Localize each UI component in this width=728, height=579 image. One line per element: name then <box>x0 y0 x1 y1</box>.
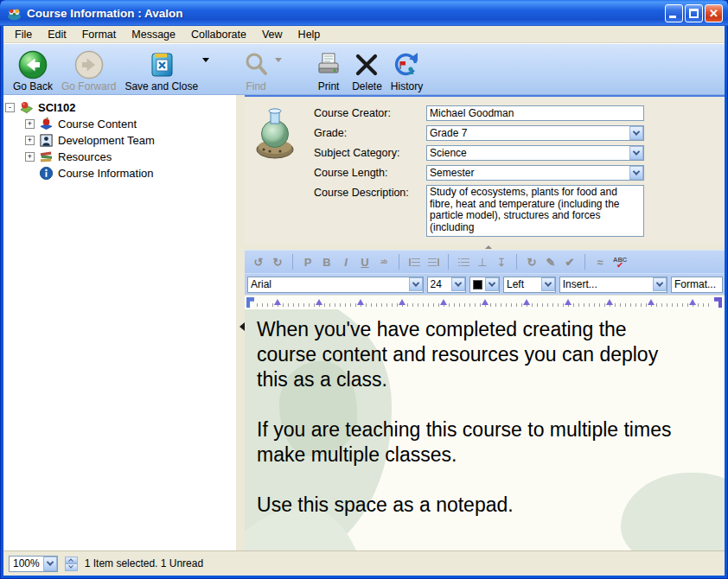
pencil-icon[interactable]: ✎ <box>542 253 559 270</box>
delete-button[interactable]: Delete <box>348 48 386 93</box>
collapse-expander[interactable]: - <box>5 103 15 112</box>
menu-bar: FileEditFormatMessageCollaborateVewHelp <box>3 26 725 43</box>
tab-stop-marker[interactable] <box>689 299 696 305</box>
tab-stop-marker[interactable] <box>440 299 447 305</box>
superscript-icon[interactable]: ᵃᵇ <box>375 253 393 270</box>
tab-stop-marker[interactable] <box>357 299 364 305</box>
course-creator-input[interactable]: Michael Goodman <box>426 105 644 121</box>
close-button[interactable]: ✕ <box>705 4 723 22</box>
course-tree-panel: - SCI102 + Course Content + <box>3 95 236 550</box>
tree-item-development-team[interactable]: + Development Team <box>5 132 234 149</box>
maximize-button[interactable] <box>685 4 703 22</box>
menu-item[interactable]: Vew <box>254 27 291 42</box>
italic-icon[interactable]: I <box>337 253 354 270</box>
status-bar: 100% 1 Item selected. 1 Unread <box>3 550 725 576</box>
spinner-down-icon[interactable] <box>65 563 78 571</box>
tree-item-label: Course Content <box>58 118 137 130</box>
chevron-down-icon[interactable] <box>485 277 499 291</box>
save-options-dropdown-caret[interactable] <box>202 58 209 62</box>
find-options-dropdown-caret[interactable] <box>275 58 282 62</box>
spell-check-button[interactable]: ABC ✔ <box>610 257 629 268</box>
course-description-textarea[interactable]: Study of ecosystems, plants for food and… <box>426 185 644 237</box>
fill-color-icon[interactable]: ↧ <box>493 253 510 270</box>
tab-stop-marker[interactable] <box>399 299 406 305</box>
right-margin-marker[interactable] <box>714 297 722 308</box>
alignment-select[interactable]: Left <box>503 277 556 293</box>
print-button[interactable]: Print <box>310 48 348 93</box>
tree-root-sci102[interactable]: - SCI102 <box>5 99 234 116</box>
menu-item[interactable]: Edit <box>40 27 74 42</box>
indent-increase-icon[interactable] <box>406 253 423 270</box>
chevron-down-icon[interactable] <box>629 166 643 180</box>
zoom-spinner[interactable] <box>65 557 78 571</box>
spinner-up-icon[interactable] <box>65 557 78 564</box>
course-length-label: Course Length: <box>314 165 426 179</box>
panel-splitter[interactable] <box>236 95 245 550</box>
menu-item[interactable]: Format <box>74 27 125 42</box>
insert-select[interactable]: Insert... <box>559 277 667 293</box>
menu-item[interactable]: File <box>7 27 40 42</box>
find-button[interactable]: Find <box>237 48 275 93</box>
chevron-down-icon[interactable] <box>451 277 465 291</box>
menu-item[interactable]: Collaborate <box>183 27 254 42</box>
font-color-select[interactable] <box>469 277 500 293</box>
menu-item[interactable]: Help <box>291 27 329 42</box>
chevron-down-icon[interactable] <box>409 277 423 291</box>
chevron-down-icon[interactable] <box>43 557 57 571</box>
accept-edit-icon[interactable]: ✔ <box>561 253 578 270</box>
save-and-close-button[interactable]: Save and Close <box>120 48 202 93</box>
expand-expander[interactable]: + <box>25 136 35 145</box>
find-icon <box>242 49 270 80</box>
bulleted-list-icon[interactable] <box>455 253 472 270</box>
spell-check-checkmark-icon: ✔ <box>616 262 623 268</box>
redo-icon[interactable]: ↻ <box>269 253 286 270</box>
tab-stop-marker[interactable] <box>316 299 322 305</box>
refresh-icon[interactable]: ↻ <box>523 253 540 270</box>
expand-expander[interactable]: + <box>25 119 35 129</box>
zoom-control[interactable]: 100% <box>9 556 58 572</box>
expand-expander[interactable]: + <box>25 152 35 162</box>
notepad-editor[interactable]: When you've have completed creating the … <box>245 309 725 550</box>
chevron-down-icon[interactable] <box>541 277 555 291</box>
go-forward-button[interactable]: Go Forward <box>57 48 120 93</box>
tab-stop-marker[interactable] <box>606 299 613 305</box>
tab-stop-marker[interactable] <box>565 299 572 305</box>
tree-item-course-content[interactable]: + Course Content <box>5 116 234 132</box>
chevron-down-icon[interactable] <box>629 146 643 160</box>
tree-root-label: SCI102 <box>38 101 75 114</box>
subject-category-select[interactable]: Science <box>426 145 644 161</box>
indent-decrease-icon[interactable] <box>425 253 442 270</box>
tab-stop-marker[interactable] <box>482 299 489 305</box>
go-back-button[interactable]: Go Back <box>9 48 57 93</box>
align-bottom-icon[interactable]: ⊥ <box>474 253 491 270</box>
application-window: Course Information : Avalon ✕ FileEditFo… <box>0 0 728 579</box>
menu-item[interactable]: Message <box>124 27 183 42</box>
font-size-select[interactable]: 24 <box>427 277 466 293</box>
paragraph-icon[interactable]: P <box>299 253 316 270</box>
grade-select[interactable]: Grade 7 <box>426 125 644 141</box>
tree-item-resources[interactable]: + Resources <box>5 149 234 165</box>
flask-icon <box>252 107 298 162</box>
font-family-select[interactable]: Arial <box>247 277 424 293</box>
chevron-down-icon[interactable] <box>653 277 667 291</box>
course-information-icon <box>39 166 54 181</box>
history-button[interactable]: History <box>386 48 427 93</box>
bold-icon[interactable]: B <box>318 253 335 270</box>
format-select[interactable]: Format... <box>671 277 723 293</box>
tab-stop-marker[interactable] <box>523 299 530 305</box>
tree-item-course-information[interactable]: Course Information <box>5 165 234 181</box>
titlebar[interactable]: Course Information : Avalon ✕ <box>0 0 728 26</box>
chevron-down-icon[interactable] <box>629 126 643 140</box>
print-icon <box>315 49 342 80</box>
left-margin-marker[interactable] <box>246 297 254 308</box>
tab-stop-marker[interactable] <box>648 299 655 305</box>
minimize-button[interactable] <box>665 4 683 22</box>
tab-stop-marker[interactable] <box>274 299 281 305</box>
signature-icon[interactable]: ≈ <box>591 253 609 270</box>
form-editor-splitter[interactable] <box>245 245 725 250</box>
delete-icon <box>354 49 380 80</box>
ruler[interactable] <box>245 295 725 309</box>
course-length-select[interactable]: Semester <box>426 165 644 181</box>
undo-icon[interactable]: ↺ <box>250 253 267 270</box>
underline-icon[interactable]: U <box>356 253 374 270</box>
